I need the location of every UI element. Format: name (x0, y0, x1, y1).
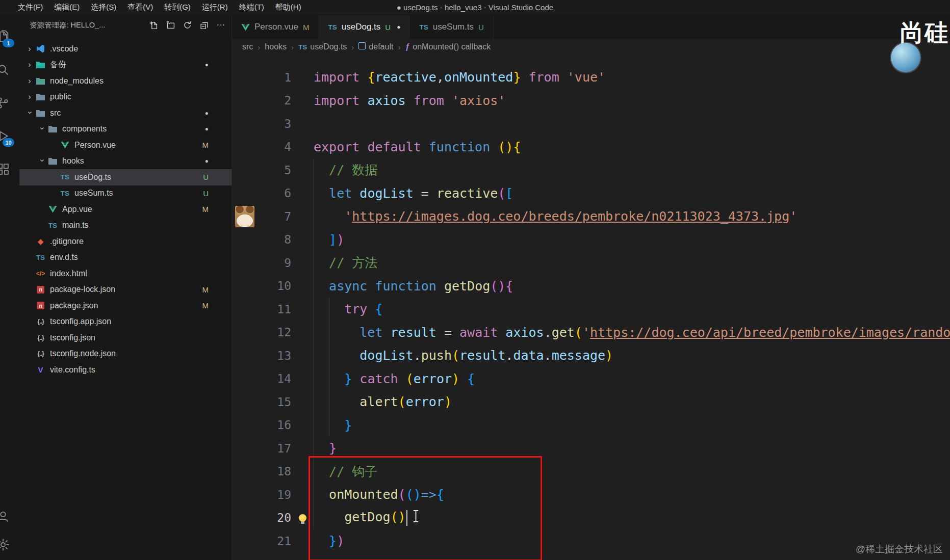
code-editor[interactable]: 1import {reactive,onMounted} from 'vue'2… (232, 55, 950, 560)
tree-item-label: tsconfig.json (50, 333, 95, 342)
line-number: 15 (258, 395, 291, 409)
code-line-18[interactable]: 18 // 钩子 (232, 460, 950, 484)
code-line-7[interactable]: 7 'https://images.dog.ceo/breeds/pembrok… (232, 205, 950, 228)
new-file-icon[interactable] (149, 20, 158, 30)
chevron-right-icon: › (24, 44, 35, 54)
tree-item-public[interactable]: ›public (19, 89, 232, 105)
code-line-4[interactable]: 4export default function (){ (232, 136, 950, 159)
line-number: 1 (258, 71, 291, 84)
menu-运行-r[interactable]: 运行(R) (196, 3, 234, 12)
tree-item-label: src (50, 109, 61, 118)
code-line-17[interactable]: 17 } (232, 437, 950, 460)
explorer-icon[interactable]: 1 (0, 29, 11, 45)
tree-item-label: public (50, 92, 71, 101)
tree-item-label: package.json (50, 301, 98, 310)
vue-file-icon (59, 141, 71, 149)
tree-item-vite-config-ts[interactable]: Vvite.config.ts (19, 362, 232, 378)
code-line-11[interactable]: 11 try { (232, 298, 950, 321)
menu-选择-s[interactable]: 选择(S) (85, 3, 122, 12)
new-folder-icon[interactable] (166, 20, 175, 30)
account-icon[interactable] (0, 508, 11, 524)
menu-查看-v[interactable]: 查看(V) (122, 3, 159, 12)
breadcrumb-separator-icon: › (291, 43, 294, 51)
breadcrumb-item-usedog-ts[interactable]: TSuseDog.ts (298, 42, 347, 51)
run-and-debug-icon[interactable]: 10 (0, 128, 11, 144)
tab-usedog-ts[interactable]: TSuseDog.tsU● (319, 15, 410, 39)
git-status-badge: U (385, 23, 391, 32)
workbench: 110 资源管理器: HELLO_... ··· ›.vscode›备份●›no… (0, 15, 950, 560)
tree-item-tsconfig-app-json[interactable]: {..}tsconfig.app.json (19, 314, 232, 330)
menu-帮助-h[interactable]: 帮助(H) (270, 3, 307, 12)
code-line-2[interactable]: 2import axios from 'axios' (232, 89, 950, 113)
tree-item-node-modules[interactable]: ›node_modules (19, 73, 232, 89)
line-number: 20 (258, 511, 291, 524)
tree-item-components[interactable]: ›components● (19, 121, 232, 138)
tree-item-gitignore[interactable]: ◆.gitignore (19, 233, 232, 250)
tree-item-index-html[interactable]: </>index.html (19, 265, 232, 282)
tree-item-main-ts[interactable]: TSmain.ts (19, 218, 232, 234)
breadcrumb-item-onmounted-callback[interactable]: ƒonMounted() callback (405, 42, 491, 51)
code-line-14[interactable]: 14 } catch (error) { (232, 367, 950, 391)
tree-item-usedog-ts[interactable]: TSuseDog.tsU (19, 169, 232, 185)
code-line-21[interactable]: 21 }) (232, 529, 950, 553)
line-number: 16 (258, 418, 291, 432)
tree-item-env-d-ts[interactable]: TSenv.d.ts (19, 250, 232, 266)
menu-终端-t[interactable]: 终端(T) (234, 3, 270, 12)
mouse-ibeam-pointer (412, 510, 420, 526)
tree-item-hooks[interactable]: ›hooks● (19, 153, 232, 170)
ts-file-icon: TS (35, 254, 46, 261)
tab-person-vue[interactable]: Person.vueM (232, 15, 319, 39)
code-text: } catch (error) { (314, 371, 475, 386)
chevron-right-icon: › (24, 76, 35, 86)
breadcrumb-item-src[interactable]: src (242, 42, 253, 51)
menu-编辑-e[interactable]: 编辑(E) (48, 3, 85, 12)
code-line-1[interactable]: 1import {reactive,onMounted} from 'vue' (232, 66, 950, 89)
tab-usesum-ts[interactable]: TSuseSum.tsU (410, 15, 493, 39)
tree-item-src[interactable]: ›src● (19, 105, 232, 121)
menu-文件-f[interactable]: 文件(F) (12, 3, 48, 12)
code-line-6[interactable]: 6 let dogList = reactive([ (232, 182, 950, 205)
more-actions-icon[interactable]: ··· (216, 20, 225, 30)
json-file-icon: {..} (35, 318, 46, 325)
tree-item-vscode[interactable]: ›.vscode (19, 41, 232, 57)
lightbulb-icon[interactable] (299, 514, 306, 522)
refresh-icon[interactable] (183, 20, 192, 30)
code-line-9[interactable]: 9 // 方法 (232, 251, 950, 275)
explorer-header-title: 资源管理器: HELLO_... (30, 20, 105, 30)
line-number: 6 (258, 186, 291, 200)
juejin-community-watermark: @稀土掘金技术社区 (856, 543, 943, 556)
code-text: ]) (314, 232, 344, 247)
tree-item-label: hooks (62, 156, 84, 166)
settings-gear-icon[interactable] (0, 537, 11, 553)
breadcrumb-item-hooks[interactable]: hooks (265, 42, 287, 51)
tree-item-tsconfig-node-json[interactable]: {..}tsconfig.node.json (19, 346, 232, 362)
tree-item-usesum-ts[interactable]: TSuseSum.tsU (19, 185, 232, 202)
source-control-icon[interactable] (0, 95, 11, 111)
code-line-5[interactable]: 5 // 数据 (232, 158, 950, 182)
tree-item-tsconfig-json[interactable]: {..}tsconfig.json (19, 330, 232, 346)
code-line-20[interactable]: 20 getDog() (232, 506, 950, 530)
tree-item-person-vue[interactable]: Person.vueM (19, 137, 232, 153)
code-line-13[interactable]: 13 dogList.push(result.data.message) (232, 344, 950, 367)
code-line-3[interactable]: 3 (232, 112, 950, 136)
line-number: 10 (258, 279, 291, 292)
tree-item-备份[interactable]: ›备份● (19, 57, 232, 73)
collapse-all-icon[interactable] (199, 20, 209, 30)
breadcrumb-item-default[interactable]: default (358, 42, 393, 51)
code-line-8[interactable]: 8 ]) (232, 228, 950, 252)
line-number: 7 (258, 210, 291, 223)
tree-item-app-vue[interactable]: App.vueM (19, 201, 232, 218)
code-line-10[interactable]: 10 async function getDog(){ (232, 275, 950, 298)
tree-item-package-json[interactable]: npackage.jsonM (19, 298, 232, 314)
extensions-icon[interactable] (0, 161, 11, 177)
ts-file-icon: TS (419, 23, 428, 31)
menu-转到-g[interactable]: 转到(G) (159, 3, 196, 12)
search-icon[interactable] (0, 62, 11, 78)
code-line-15[interactable]: 15 alert(error) (232, 390, 950, 414)
symbol-module-icon (358, 42, 366, 51)
ts-file-icon: TS (59, 173, 71, 181)
tree-item-package-lock-json[interactable]: npackage-lock.jsonM (19, 282, 232, 298)
code-line-19[interactable]: 19 onMounted(()=>{ (232, 483, 950, 506)
code-line-12[interactable]: 12 let result = await axios.get('https:/… (232, 321, 950, 344)
code-line-16[interactable]: 16 } (232, 414, 950, 437)
